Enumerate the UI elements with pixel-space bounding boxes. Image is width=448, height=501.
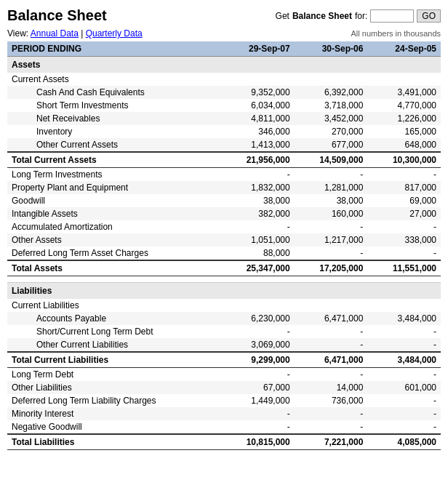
row-v3: - [367, 168, 441, 182]
row-v2: 3,452,000 [295, 112, 368, 125]
row-v2: 1,217,000 [295, 233, 368, 247]
row-v1: - [221, 420, 295, 434]
liabilities-section-header: Liabilities [7, 283, 441, 300]
row-v2: - [295, 247, 368, 260]
page: Balance Sheet Get Balance Sheet for: GO … [0, 0, 448, 457]
row-label: Net Receivables [7, 112, 221, 125]
total-v2: 7,221,000 [295, 434, 368, 450]
for-label: for: [355, 11, 367, 21]
row-v2: 38,000 [295, 194, 368, 207]
table-row: Property Plant and Equipment 1,832,000 1… [7, 181, 441, 194]
col-date1: 29-Sep-07 [221, 41, 295, 57]
sheet-label: Balance Sheet [292, 11, 352, 21]
row-label: Inventory [7, 125, 221, 138]
table-row: Short/Current Long Term Debt - - - [7, 325, 441, 338]
total-label: Total Current Liabilities [7, 352, 221, 368]
table-row: Intangible Assets 382,000 160,000 27,000 [7, 207, 441, 220]
row-v2: 677,000 [295, 138, 368, 152]
row-v3: - [367, 420, 441, 434]
row-v2: 736,000 [295, 394, 368, 407]
row-v1: 9,352,000 [221, 86, 295, 99]
col-period: PERIOD ENDING [7, 41, 221, 57]
balance-sheet-table: PERIOD ENDING 29-Sep-07 30-Sep-06 24-Sep… [7, 41, 441, 450]
page-title: Balance Sheet [7, 7, 107, 24]
row-label: Accounts Payable [7, 312, 221, 325]
row-v3: - [367, 368, 441, 382]
current-liabilities-subheader: Current Liabilities [7, 299, 441, 312]
row-v1: 3,069,000 [221, 338, 295, 352]
total-current-assets-row: Total Current Assets 21,956,000 14,509,0… [7, 152, 441, 168]
row-v3: 601,000 [367, 381, 441, 394]
table-row: Other Current Liabilities 3,069,000 - - [7, 338, 441, 352]
go-button[interactable]: GO [417, 9, 441, 23]
row-v3: 3,484,000 [367, 312, 441, 325]
total-v1: 21,956,000 [221, 152, 295, 168]
row-label: Long Term Investments [7, 168, 221, 182]
row-v3: - [367, 394, 441, 407]
total-v2: 14,509,000 [295, 152, 368, 168]
row-v3: - [367, 325, 441, 338]
row-label: Other Current Assets [7, 138, 221, 152]
row-v3: - [367, 338, 441, 352]
view-label: View: [7, 28, 28, 39]
row-v1: 1,832,000 [221, 181, 295, 194]
row-v3: - [367, 407, 441, 420]
ticker-input[interactable] [370, 9, 414, 23]
row-v1: - [221, 407, 295, 420]
table-row: Deferred Long Term Asset Charges 88,000 … [7, 247, 441, 260]
row-v1: 6,230,000 [221, 312, 295, 325]
row-v2: 14,000 [295, 381, 368, 394]
current-assets-label: Current Assets [7, 73, 441, 86]
total-v1: 10,815,000 [221, 434, 295, 450]
row-v2: - [295, 368, 368, 382]
table-row: Long Term Debt - - - [7, 368, 441, 382]
row-label: Other Liabilities [7, 381, 221, 394]
table-row: Negative Goodwill - - - [7, 420, 441, 434]
annual-link[interactable]: Annual Data [31, 28, 79, 39]
total-v3: 11,551,000 [367, 260, 441, 276]
row-v3: 338,000 [367, 233, 441, 247]
row-v3: 165,000 [367, 125, 441, 138]
row-label: Other Assets [7, 233, 221, 247]
row-v2: 270,000 [295, 125, 368, 138]
liabilities-label: Liabilities [7, 283, 441, 300]
row-v3: 27,000 [367, 207, 441, 220]
row-label: Property Plant and Equipment [7, 181, 221, 194]
table-row: Inventory 346,000 270,000 165,000 [7, 125, 441, 138]
row-v2: 1,281,000 [295, 181, 368, 194]
assets-section-header: Assets [7, 57, 441, 73]
current-assets-subheader: Current Assets [7, 73, 441, 86]
row-v1: 1,449,000 [221, 394, 295, 407]
assets-label: Assets [7, 57, 441, 73]
table-row: Deferred Long Term Liability Charges 1,4… [7, 394, 441, 407]
row-v2: - [295, 325, 368, 338]
total-assets-row: Total Assets 25,347,000 17,205,000 11,55… [7, 260, 441, 276]
row-v2: - [295, 420, 368, 434]
row-v1: 88,000 [221, 247, 295, 260]
row-label: Cash And Cash Equivalents [7, 86, 221, 99]
view-row: View: Annual Data | Quarterly Data All n… [7, 28, 441, 39]
table-row: Accumulated Amortization - - - [7, 220, 441, 233]
table-row: Other Current Assets 1,413,000 677,000 6… [7, 138, 441, 152]
table-row: Cash And Cash Equivalents 9,352,000 6,39… [7, 86, 441, 99]
row-label: Accumulated Amortization [7, 220, 221, 233]
total-label: Total Liabilities [7, 434, 221, 450]
row-v2: - [295, 220, 368, 233]
get-form: Get Balance Sheet for: GO [276, 9, 441, 23]
total-label: Total Current Assets [7, 152, 221, 168]
row-v1: 1,051,000 [221, 233, 295, 247]
total-v1: 25,347,000 [221, 260, 295, 276]
total-v3: 10,300,000 [367, 152, 441, 168]
row-v1: 346,000 [221, 125, 295, 138]
total-label: Total Assets [7, 260, 221, 276]
quarterly-link[interactable]: Quarterly Data [86, 28, 143, 39]
row-v3: - [367, 247, 441, 260]
row-v1: 67,000 [221, 381, 295, 394]
total-v3: 3,484,000 [367, 352, 441, 368]
table-row: Minority Interest - - - [7, 407, 441, 420]
total-v1: 9,299,000 [221, 352, 295, 368]
row-v3: 648,000 [367, 138, 441, 152]
row-label: Negative Goodwill [7, 420, 221, 434]
row-label: Short/Current Long Term Debt [7, 325, 221, 338]
total-v2: 17,205,000 [295, 260, 368, 276]
